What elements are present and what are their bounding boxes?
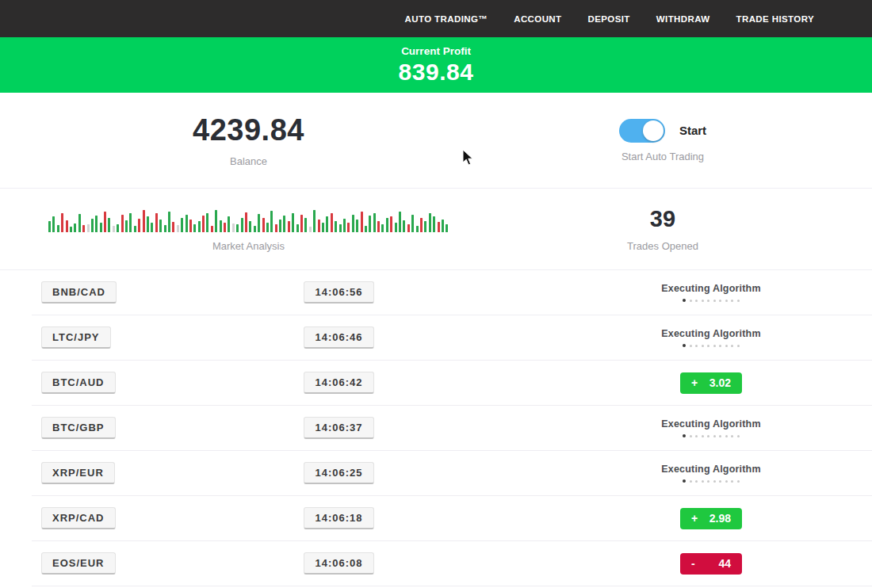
candlestick-bar [438,222,440,232]
trade-row: BNB/CAD14:06:56Executing Algorithm [32,270,872,315]
candlestick-bar [95,216,98,232]
loader-dot [725,435,728,437]
candlestick-bar [245,212,247,232]
candlestick-bar [202,216,205,232]
candlestick-bar [52,216,55,232]
candlestick-bar [352,215,354,232]
candlestick-bar [365,226,367,232]
candlestick-bar [390,216,392,232]
candlestick-bar [104,212,106,232]
loader-dot [719,435,721,437]
candlestick-bar [181,218,183,232]
nav-item-trade-history[interactable]: TRADE HISTORY [736,14,815,24]
loader-dot [731,345,733,347]
loader-dot [683,299,686,302]
candlestick-bar [224,223,226,232]
pair-badge: EOS/EUR [41,552,116,575]
loader-dot [719,480,721,483]
candlestick-bar [262,218,265,232]
result-value: 3.02 [709,376,731,389]
candlestick-bar [168,212,170,232]
candlestick-bar [343,219,346,232]
market-analysis-label: Market Analysis [212,240,285,252]
candlestick-bar [309,227,312,232]
loader-dot [695,345,698,347]
loader-dot [713,480,716,483]
candlestick-bar [395,223,397,232]
loader-dots [683,434,740,437]
candlestick-bar [100,223,102,232]
loader-dot [725,345,728,347]
candlestick-bar [113,226,115,232]
candlestick-bar [125,220,128,232]
candlestick-bar [313,210,316,232]
candlestick-bar [369,216,371,232]
candlestick-bar [164,225,166,232]
nav-item-deposit[interactable]: DEPOSIT [588,14,630,24]
candlestick-bar [254,226,256,232]
result-value: 2.98 [709,512,731,525]
executing-algorithm-label: Executing Algorithm [661,283,761,294]
candlestick-bar [198,221,201,232]
loader-dot [719,300,721,302]
loader-dot [713,345,716,347]
candlestick-bar [361,212,363,232]
candlestick-bar [304,218,307,232]
trades-table: BNB/CAD14:06:56Executing AlgorithmLTC/JP… [0,270,872,586]
nav-item-withdraw[interactable]: WITHDRAW [656,14,710,24]
balance-value: 4239.84 [193,113,304,147]
candlestick-bar [236,224,239,232]
candlestick-bar [138,219,140,232]
candlestick-bar [159,220,162,232]
candlestick-bar [318,220,320,232]
balance-section: 4239.84 Balance Start Start Auto Trading [0,93,872,189]
candlestick-bar [57,225,59,232]
time-badge: 14:06:18 [304,507,373,529]
loader-dot [719,345,721,347]
candlestick-bar [416,226,419,232]
candlestick-bar [377,221,380,232]
candlestick-bar [275,224,277,232]
profit-badge: +3.02 [680,372,742,394]
candlestick-bar [82,225,85,232]
candlestick-bar [300,215,303,232]
pair-badge: LTC/JPY [41,326,111,349]
candlestick-bar [399,212,401,232]
candlestick-bar [403,220,405,232]
loader-dots [683,299,740,302]
trades-opened-value: 39 [650,206,675,232]
candlestick-bar [211,226,213,232]
top-nav: AUTO TRADING™ACCOUNTDEPOSITWITHDRAWTRADE… [0,0,872,37]
candlestick-bar [172,222,174,232]
result-sign: + [691,376,698,389]
candlestick-bar [270,211,273,232]
nav-item-account[interactable]: ACCOUNT [514,14,561,24]
loader-dot [725,480,728,483]
candlestick-bar [228,216,230,232]
loader-dot [683,479,686,483]
candlestick-bar [266,223,269,232]
candlestick-bar [61,213,63,232]
loader-dot [707,435,709,437]
candlestick-bar [206,213,208,232]
candlestick-bar [373,213,376,232]
candlestick-bar [381,224,384,232]
time-badge: 14:06:25 [304,462,373,484]
loader-dot [731,435,733,437]
trade-row: XRP/CAD14:06:18+2.98 [32,496,872,541]
loader-dot [707,345,709,347]
loader-dot [695,300,698,302]
loader-dot [737,435,740,437]
auto-trading-toggle[interactable] [619,119,665,143]
nav-item-auto-trading[interactable]: AUTO TRADING™ [405,14,488,24]
loader-dot [707,480,709,483]
time-badge: 14:06:37 [304,417,373,439]
loader-dot [695,435,698,437]
candlestick-bar [347,223,350,232]
loader-dot [707,300,709,302]
candlestick-bar [220,220,222,232]
executing-algorithm-label: Executing Algorithm [661,464,761,475]
toggle-knob[interactable] [643,120,664,141]
candlestick-bar [74,223,76,232]
candlestick-bar [326,216,328,232]
